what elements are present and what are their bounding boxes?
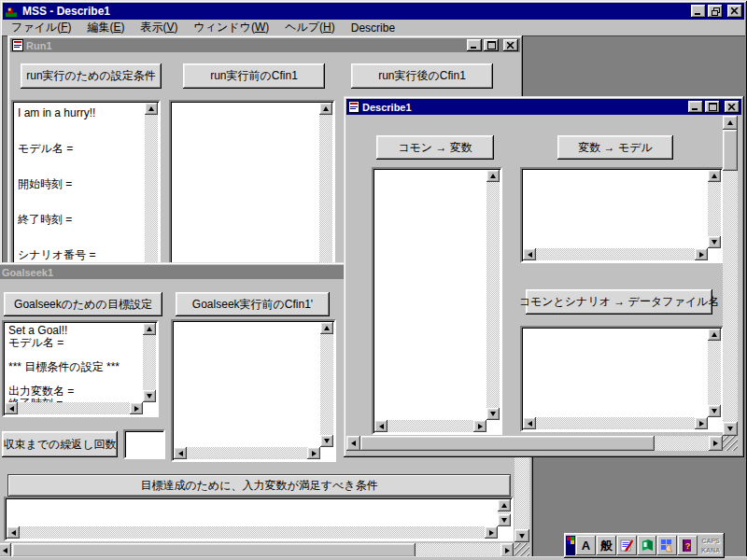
scrollbar-track[interactable] xyxy=(319,103,332,273)
scrollbar-track[interactable] xyxy=(486,170,500,420)
iteration-count-input[interactable] xyxy=(123,429,165,459)
scroll-right-button[interactable] xyxy=(307,447,320,459)
resize-grip[interactable] xyxy=(514,543,529,557)
scrollbar-track[interactable] xyxy=(708,170,721,248)
run1-close-button[interactable] xyxy=(503,39,518,51)
describe-window-hscrollbar[interactable] xyxy=(346,436,723,451)
scrollbar-track[interactable] xyxy=(523,417,708,429)
goalseek-goal-settings-button[interactable]: Goalseekのための目標設定 xyxy=(4,292,162,316)
scroll-left-button[interactable] xyxy=(5,402,18,414)
scrollbar-track[interactable] xyxy=(145,103,158,273)
scroll-up-button[interactable] xyxy=(486,170,500,182)
scroll-down-button[interactable] xyxy=(708,405,721,417)
scroll-down-button[interactable] xyxy=(514,529,529,542)
scroll-up-button[interactable] xyxy=(723,116,738,130)
scroll-down-button[interactable] xyxy=(320,435,333,447)
scroll-up-button[interactable] xyxy=(708,329,721,341)
goalseek-log-textarea[interactable]: Set a Goal!! モデル名 = *** 目標条件の設定 *** 出力変数… xyxy=(2,320,159,417)
describe1-maximize-button[interactable] xyxy=(705,101,720,113)
describe-datafile-textarea[interactable] xyxy=(520,326,724,432)
scroll-left-button[interactable] xyxy=(523,417,536,429)
scrollbar-track[interactable] xyxy=(708,329,721,417)
scroll-left-button[interactable] xyxy=(174,447,187,459)
scroll-left-button[interactable] xyxy=(374,420,388,432)
scrollbar-track[interactable] xyxy=(5,402,143,414)
run1-minimize-button[interactable] xyxy=(467,39,482,51)
scroll-right-button[interactable] xyxy=(130,402,143,414)
scrollbar-track[interactable] xyxy=(174,447,320,459)
goal-condition-textarea[interactable] xyxy=(4,497,514,541)
menu-item-5[interactable]: ヘルプ(H) xyxy=(285,20,335,35)
scroll-right-button[interactable] xyxy=(473,420,486,432)
goalseek-before-cfin-textarea[interactable] xyxy=(171,319,336,462)
main-titlebar[interactable]: MSS - Describe1 xyxy=(3,3,744,20)
common-scenario-to-datafile-button[interactable]: コモンとシナリオ → データファイル名 xyxy=(526,289,712,315)
scroll-left-button[interactable] xyxy=(523,248,536,260)
run-before-cfin-textarea[interactable] xyxy=(169,100,335,273)
ime-toolbar[interactable]: A 般 ? CAPS KANA xyxy=(564,533,725,558)
arrow-right-icon xyxy=(699,421,704,427)
scrollbar-track[interactable] xyxy=(143,323,156,402)
goalseek-window-hscrollbar[interactable] xyxy=(0,543,514,557)
describe1-minimize-button[interactable] xyxy=(688,101,703,113)
menu-item-4[interactable]: ウィンドウ(W) xyxy=(194,20,270,35)
scroll-down-button[interactable] xyxy=(486,408,500,420)
scroll-down-button[interactable] xyxy=(723,422,738,436)
scroll-up-button[interactable] xyxy=(145,103,158,115)
goalseek-before-cfin-button[interactable]: Goalseek実行前のCfin1' xyxy=(176,292,330,316)
describe1-close-button[interactable] xyxy=(725,101,740,113)
scroll-up-button[interactable] xyxy=(143,323,156,335)
menu-item-2[interactable]: 編集(E) xyxy=(87,20,124,35)
scroll-up-button[interactable] xyxy=(319,103,332,115)
scroll-left-button[interactable] xyxy=(7,526,20,539)
run-after-cfin-button[interactable]: run実行後のCfin1 xyxy=(351,63,493,89)
var-to-model-button[interactable]: 変数 → モデル xyxy=(557,135,673,160)
arrow-left-icon xyxy=(9,406,14,412)
scroll-down-button[interactable] xyxy=(143,390,156,402)
resize-grip[interactable] xyxy=(723,436,738,451)
scroll-down-button[interactable] xyxy=(498,514,511,526)
scrollbar-track[interactable] xyxy=(374,420,486,432)
scroll-right-button[interactable] xyxy=(500,543,514,557)
scroll-up-button[interactable] xyxy=(708,170,721,182)
common-to-var-button[interactable]: コモン → 変数 xyxy=(376,135,494,160)
scrollbar-thumb[interactable] xyxy=(723,130,738,171)
menu-item-1[interactable]: ファイル(F) xyxy=(11,20,71,35)
scroll-up-button[interactable] xyxy=(320,322,333,334)
run-settings-button[interactable]: run実行のための設定条件 xyxy=(21,63,162,89)
scrollbar-track[interactable] xyxy=(7,526,498,539)
run-log-textarea[interactable]: I am in a hurry!! モデル名 = 開始時刻 = 終了時刻 = シ… xyxy=(11,100,161,273)
scroll-right-button[interactable] xyxy=(709,436,723,451)
describe-window-vscrollbar[interactable] xyxy=(723,116,738,436)
scrollbar-track[interactable] xyxy=(320,322,333,447)
scrollbar-track[interactable] xyxy=(498,499,511,526)
scrollbar-thumb[interactable] xyxy=(360,436,655,451)
scroll-right-button[interactable] xyxy=(695,417,708,429)
minimize-button[interactable] xyxy=(691,5,706,18)
scrollbar-track[interactable] xyxy=(523,248,708,260)
menu-item-6[interactable]: Describe xyxy=(351,21,395,35)
scroll-down-button[interactable] xyxy=(708,236,721,248)
run1-maximize-button[interactable] xyxy=(484,39,499,51)
ime-conversion-mode-button[interactable]: 般 xyxy=(597,536,616,555)
scroll-right-button[interactable] xyxy=(695,248,708,260)
run-before-cfin-button[interactable]: run実行前のCfin1 xyxy=(183,63,325,89)
ime-tools-button[interactable] xyxy=(617,536,637,555)
describe-right-textarea[interactable] xyxy=(520,167,724,263)
scroll-left-button[interactable] xyxy=(0,543,11,557)
scroll-left-button[interactable] xyxy=(346,436,360,451)
ime-pad-button[interactable] xyxy=(657,536,677,555)
scroll-right-button[interactable] xyxy=(485,526,498,539)
scroll-up-button[interactable] xyxy=(498,499,511,511)
restore-button[interactable] xyxy=(708,5,723,18)
ime-help-button[interactable]: ? xyxy=(678,536,698,555)
close-button[interactable] xyxy=(727,5,742,18)
run1-titlebar[interactable]: Run1 xyxy=(10,38,520,52)
describe1-titlebar[interactable]: Describe1 xyxy=(346,99,741,115)
menu-item-3[interactable]: 表示(V) xyxy=(140,20,177,35)
ime-input-mode-button[interactable]: A xyxy=(576,536,596,555)
describe-left-listbox[interactable] xyxy=(372,167,502,435)
scrollbar-thumb[interactable] xyxy=(12,543,416,557)
ime-dictionary-button[interactable] xyxy=(638,536,657,555)
arrow-left-icon xyxy=(11,530,16,536)
